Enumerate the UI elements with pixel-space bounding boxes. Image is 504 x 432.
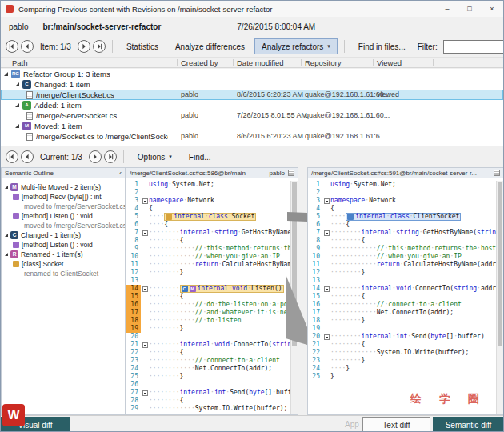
find-in-files-button[interactable]: Find in files... [351, 38, 413, 54]
column-viewed[interactable]: Viewed [377, 58, 402, 68]
next-diff-button[interactable] [89, 150, 102, 163]
outline-label: moved to /merge/ServerSocket.cs [24, 222, 125, 230]
code-text: using·System.Net; [149, 181, 298, 189]
diff-toolbar: Current: 1/3 Options▾ Find... [1, 146, 503, 167]
outline-tree[interactable]: MMulti-file Moved - 2 item(s)[method] Re… [2, 181, 125, 414]
previous-diff-button[interactable] [21, 150, 34, 163]
column-separator [301, 59, 302, 66]
analyze-differences-button[interactable]: Analyze differences [168, 38, 252, 54]
refactor-group-list[interactable]: RGRefactor Group 1: 3 itemsCChanged: 1 i… [1, 69, 503, 146]
fold-toggle-icon[interactable] [322, 334, 330, 340]
previous-item-button[interactable] [21, 40, 34, 53]
text-diff-button[interactable]: Text diff [362, 417, 430, 432]
line-number: 12 [126, 269, 141, 277]
minimize-button[interactable]: – [436, 1, 458, 17]
code-text: ········{ [149, 349, 298, 357]
code-text: ········} [330, 317, 503, 325]
change-badge-icon[interactable] [347, 214, 354, 220]
fold-toggle-icon[interactable] [141, 230, 149, 236]
outline-item[interactable]: CChanged - 1 item(s) [2, 230, 125, 240]
code-line: 24············Net.ConnectTo(addr); [126, 365, 298, 373]
outline-item[interactable]: moved to /merge/ServerSocket.cs [2, 202, 125, 211]
source-vertical-scrollbar[interactable] [290, 181, 298, 414]
scrollbar-thumb[interactable] [498, 182, 502, 346]
first-item-button[interactable] [6, 40, 18, 53]
filter-input[interactable] [443, 40, 504, 54]
semantic-diff-button[interactable]: Semantic diff [433, 417, 504, 432]
statistics-button[interactable]: Statistics [119, 38, 166, 54]
expander-icon[interactable] [5, 186, 8, 189]
collapse-pane-button[interactable]: ‹ [119, 170, 122, 177]
tree-row[interactable]: RGRefactor Group 1: 3 items [1, 69, 503, 79]
outline-item[interactable]: MMulti-file Moved - 2 item(s) [2, 182, 125, 192]
maximize-button[interactable]: □ [458, 1, 481, 17]
file-row[interactable]: /merge/Socket.cs to /merge/ClientSocket.… [1, 131, 503, 142]
fold-toggle-icon[interactable] [141, 198, 149, 204]
outline-label: [class] Socket [22, 260, 63, 268]
change-badge-icon[interactable]: C [182, 286, 188, 292]
options-button[interactable]: Options▾ [130, 149, 179, 165]
outline-item[interactable]: renamed to ClientSocket [2, 269, 125, 278]
line-number: 5 [126, 213, 141, 221]
context-user: pablo [9, 22, 28, 31]
line-number: 26 [126, 381, 141, 389]
outline-header: Semantic Outline ‹ [1, 167, 126, 178]
column-date-modified[interactable]: Date modified [237, 58, 284, 68]
outline-item[interactable]: moved to /merge/ServerSocket.cs [2, 221, 125, 230]
source-code-editor[interactable]: 1using·System.Net;23namespace·Network4{5… [126, 181, 298, 414]
column-repository[interactable]: Repository [305, 58, 341, 68]
document-icon[interactable] [288, 170, 294, 176]
fold-toggle-icon[interactable] [141, 286, 149, 292]
fold-toggle-icon[interactable] [141, 342, 149, 348]
last-item-button[interactable] [93, 40, 106, 53]
expander-icon[interactable] [15, 103, 19, 107]
line-number: 24 [308, 365, 322, 373]
outline-item[interactable]: [method] Recv (byte[]) : int [2, 192, 125, 202]
scrollbar-thumb[interactable] [292, 182, 297, 346]
tree-row[interactable]: CChanged: 1 item [1, 79, 503, 90]
code-line: 20 [126, 333, 298, 341]
code-text: ········} [149, 373, 298, 381]
expander-icon[interactable] [4, 72, 8, 76]
line-number: 2 [126, 189, 141, 197]
file-row[interactable]: /merge/ServerSocket.cspablo7/26/2015 8:0… [1, 110, 503, 121]
outline-item[interactable]: [method] Listen () : void [2, 211, 125, 221]
tree-row[interactable]: AAdded: 1 item [1, 100, 503, 110]
find-button[interactable]: Find... [182, 149, 218, 165]
change-badge-icon[interactable]: M [190, 286, 196, 292]
outline-label: Changed - 1 item(s) [21, 231, 81, 239]
outline-item[interactable]: [class] Socket [2, 259, 125, 269]
outline-item[interactable]: [method] Listen () : void [2, 240, 125, 250]
fold-toggle-icon[interactable] [322, 198, 330, 204]
column-created-by[interactable]: Created by [181, 58, 218, 68]
column-path[interactable]: Path [12, 58, 28, 68]
fold-toggle-icon[interactable] [141, 390, 149, 396]
document-icon[interactable] [494, 170, 500, 176]
fold-toggle-icon[interactable] [322, 286, 330, 292]
outline-title: Semantic Outline [5, 170, 119, 177]
expander-icon[interactable] [5, 253, 8, 256]
code-text: ············//·when·you·give·an·IP [149, 253, 298, 261]
next-item-button[interactable] [78, 40, 90, 53]
expander-icon[interactable] [15, 124, 19, 128]
destination-vertical-scrollbar[interactable] [496, 181, 503, 414]
destination-editor-header: /merge/ClientSocket.cs#cs:591@br/main/so… [307, 167, 504, 178]
destination-code-editor[interactable]: 1using·System.Net;23namespace·Network4{5… [308, 181, 503, 414]
column-separator [373, 59, 374, 66]
chevron-down-icon: ▾ [169, 154, 172, 160]
file-row[interactable]: /merge/ClientSocket.cspablo8/6/2015 6:20… [1, 90, 503, 100]
file-icon [26, 112, 33, 120]
fold-toggle-icon[interactable] [322, 230, 330, 236]
outline-item[interactable]: RRenamed - 1 item(s) [2, 250, 125, 259]
last-diff-button[interactable] [104, 150, 117, 163]
code-text: ············return·CalculateHostByName(a… [330, 261, 503, 269]
close-button[interactable]: × [481, 1, 503, 17]
change-badge-icon[interactable] [166, 214, 172, 220]
toolbar-separator [123, 150, 124, 163]
line-number: 1 [126, 181, 141, 189]
expander-icon[interactable] [5, 234, 8, 237]
analyze-refactors-button[interactable]: Analyze refactors▾ [254, 38, 338, 54]
tree-row[interactable]: MMoved: 1 item [1, 121, 503, 131]
first-diff-button[interactable] [6, 150, 18, 163]
expander-icon[interactable] [15, 82, 19, 86]
